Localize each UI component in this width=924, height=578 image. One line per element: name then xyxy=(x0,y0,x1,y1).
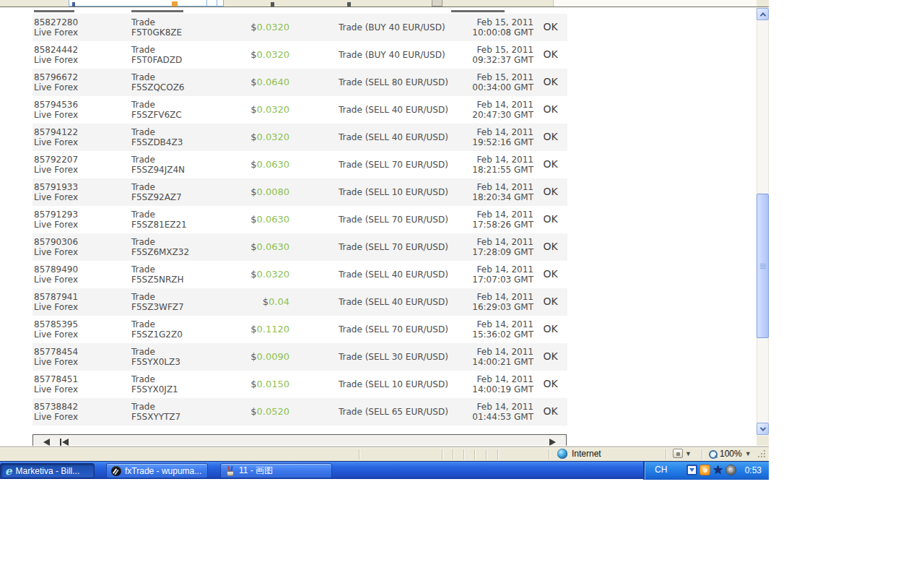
status-cell: OK xyxy=(533,343,567,371)
table-row[interactable]: 85785395Live Forex TradeF5SZ1G2Z0 $0.112… xyxy=(32,316,567,343)
description-cell: Trade (SELL 65 EUR/USD) xyxy=(289,398,427,426)
status-cell: OK xyxy=(533,124,567,151)
trade-code-cell: TradeF5SYX0LZ3 xyxy=(131,343,219,371)
table-row[interactable]: 85778454Live Forex TradeF5SYX0LZ3 $0.009… xyxy=(32,343,567,371)
trade-code-cell: TradeF5SYX0JZ1 xyxy=(131,371,219,398)
statusbar-separator xyxy=(453,449,453,460)
orange-avatar-icon[interactable] xyxy=(699,465,710,475)
scroll-down-button[interactable] xyxy=(757,423,769,435)
ie-icon: e xyxy=(5,466,12,476)
date-cell: Feb 14, 201117:58:26 GMT xyxy=(427,206,533,233)
status-cell: OK xyxy=(533,261,567,288)
page-left-icon[interactable] xyxy=(43,439,50,446)
transaction-id-cell: 85790306Live Forex xyxy=(32,233,131,261)
clipped-text xyxy=(34,10,74,12)
transaction-id-cell: 85794536Live Forex xyxy=(32,96,131,124)
taskbar-button-fxtrade[interactable]: fxTrade - wupuma... xyxy=(106,463,208,478)
statusbar-separator xyxy=(702,449,702,460)
amount-cell: $0.0630 xyxy=(219,233,289,261)
taskbar-button-paint[interactable]: 11 - 画图 xyxy=(220,463,332,478)
description-cell: Trade (SELL 70 EUR/USD) xyxy=(289,206,427,233)
trade-code-cell: TradeF5SZ94JZ4N xyxy=(131,151,219,178)
description-cell: Trade (SELL 10 EUR/USD) xyxy=(289,371,427,398)
amount-cell: $0.0320 xyxy=(219,14,289,41)
description-cell: Trade (SELL 30 EUR/USD) xyxy=(289,343,427,371)
status-cell: OK xyxy=(533,41,567,69)
table-row[interactable]: 85791293Live Forex TradeF5SZ81EZ21 $0.06… xyxy=(32,206,567,233)
date-cell: Feb 14, 201115:36:02 GMT xyxy=(427,316,533,343)
description-cell: Trade (BUY 40 EUR/USD) xyxy=(289,14,427,41)
date-cell: Feb 14, 201118:21:55 GMT xyxy=(427,151,533,178)
description-cell: Trade (SELL 70 EUR/USD) xyxy=(289,233,427,261)
chrome-button-fragment xyxy=(432,0,443,7)
amount-cell: $0.0320 xyxy=(219,96,289,124)
language-indicator[interactable]: CH xyxy=(655,465,667,475)
chrome-fragment xyxy=(206,0,217,7)
transaction-id-cell: 85785395Live Forex xyxy=(32,316,131,343)
webcam-icon[interactable] xyxy=(725,465,736,475)
table-row[interactable]: 85787941Live Forex TradeF5SZ3WFZ7 $0.04 … xyxy=(32,288,567,316)
statusbar-separator xyxy=(474,449,475,460)
table-row[interactable]: 85790306Live Forex TradeF5SZ6MXZ32 $0.06… xyxy=(32,233,567,261)
table-row[interactable]: 85794122Live Forex TradeF5SZDB4Z3 $0.032… xyxy=(32,124,567,151)
favicon-fragment xyxy=(172,1,178,7)
status-cell: OK xyxy=(533,398,567,426)
date-cell: Feb 15, 201110:00:08 GMT xyxy=(427,14,533,41)
trade-code-cell: TradeF5SZFV6ZC xyxy=(131,96,219,124)
taskbar-button-label: Marketiva - Bill... xyxy=(16,466,80,476)
scrollbar-thumb[interactable] xyxy=(757,194,769,338)
magnifier-icon xyxy=(709,450,717,458)
clipped-text xyxy=(451,10,505,12)
date-cell: Feb 14, 201116:29:03 GMT xyxy=(427,288,533,316)
amount-cell: $0.0080 xyxy=(219,178,289,206)
trade-code-cell: TradeF5SZ92AZ7 xyxy=(131,178,219,206)
table-row[interactable]: 85789490Live Forex TradeF5SZ5NRZH $0.032… xyxy=(32,261,567,288)
status-cell: OK xyxy=(533,371,567,398)
protected-mode-pane[interactable]: ▼ xyxy=(673,449,692,458)
status-cell: OK xyxy=(533,316,567,343)
resize-grip[interactable] xyxy=(758,450,767,459)
vertical-scrollbar[interactable] xyxy=(757,8,769,436)
globe-icon xyxy=(557,449,567,459)
transaction-id-cell: 85789490Live Forex xyxy=(32,261,131,288)
status-cell: OK xyxy=(533,96,567,124)
table-row[interactable]: 85791933Live Forex TradeF5SZ92AZ7 $0.008… xyxy=(32,178,567,206)
fxtrade-icon xyxy=(111,466,121,476)
table-row[interactable]: 85827280Live Forex TradeF5T0GK8ZE $0.032… xyxy=(32,14,567,41)
date-cell: Feb 14, 201101:44:53 GMT xyxy=(427,398,533,426)
status-cell: OK xyxy=(533,69,567,96)
table-row[interactable]: 85794536Live Forex TradeF5SZFV6ZC $0.032… xyxy=(32,96,567,124)
messenger-icon[interactable] xyxy=(687,465,697,475)
taskbar-button-marketiva[interactable]: e Marketiva - Bill... xyxy=(0,463,95,478)
transaction-table: 85827280Live Forex TradeF5T0GK8ZE $0.032… xyxy=(32,14,567,426)
transaction-id-cell: 85794122Live Forex xyxy=(32,124,131,151)
transaction-id-cell: 85738842Live Forex xyxy=(32,398,131,426)
star-icon[interactable]: ★ xyxy=(712,465,723,475)
page-first-icon[interactable] xyxy=(60,439,61,446)
table-row[interactable]: 85738842Live Forex TradeF5SXYYTZ7 $0.052… xyxy=(32,398,567,426)
page-right-icon[interactable] xyxy=(549,439,556,446)
tray-divider xyxy=(643,462,645,480)
chrome-fragment xyxy=(347,2,351,7)
page-first-icon[interactable] xyxy=(62,439,69,446)
scrollbar-corner xyxy=(757,436,769,446)
transaction-id-cell: 85791933Live Forex xyxy=(32,178,131,206)
amount-cell: $0.0320 xyxy=(219,261,289,288)
taskbar-clock[interactable]: 0:53 xyxy=(745,465,762,475)
table-row[interactable]: 85792207Live Forex TradeF5SZ94JZ4N $0.06… xyxy=(32,151,567,178)
zoom-control[interactable]: 100% ▼ xyxy=(709,449,751,459)
table-row[interactable]: 85778451Live Forex TradeF5SYX0JZ1 $0.015… xyxy=(32,371,567,398)
scroll-up-button[interactable] xyxy=(757,8,769,20)
transaction-id-cell: 85824442Live Forex xyxy=(32,41,131,69)
table-row[interactable]: 85796672Live Forex TradeF5SZQCOZ6 $0.064… xyxy=(32,69,567,96)
table-pager xyxy=(32,434,567,446)
table-row[interactable]: 85824442Live Forex TradeF5T0FADZD $0.032… xyxy=(32,41,567,69)
status-cell: OK xyxy=(533,233,567,261)
amount-cell: $0.0640 xyxy=(219,69,289,96)
transaction-id-cell: 85827280Live Forex xyxy=(32,14,131,41)
date-cell: Feb 15, 201109:32:37 GMT xyxy=(427,41,533,69)
taskbar: e Marketiva - Bill... fxTrade - wupuma..… xyxy=(0,461,769,479)
description-cell: Trade (SELL 10 EUR/USD) xyxy=(289,178,427,206)
date-cell: Feb 14, 201119:52:16 GMT xyxy=(427,124,533,151)
trade-code-cell: TradeF5SZ5NRZH xyxy=(131,261,219,288)
